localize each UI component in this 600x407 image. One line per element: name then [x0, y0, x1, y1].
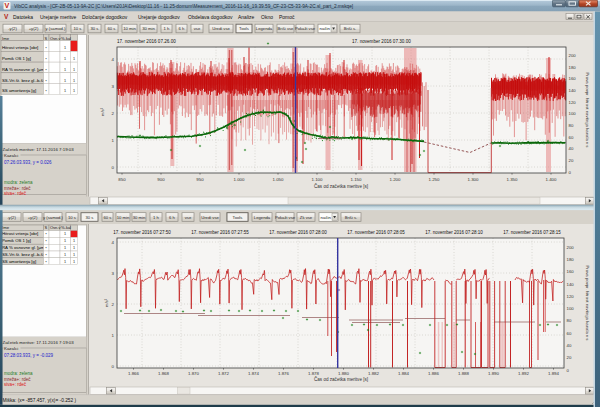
- svg-text:mreža+: rdeč: mreža+: rdeč: [4, 377, 31, 382]
- svg-text:100: 100: [567, 306, 575, 311]
- svg-text:način: način: [321, 215, 332, 220]
- svg-text:100: 100: [569, 111, 577, 116]
- svg-text:1.300: 1.300: [468, 177, 480, 182]
- svg-text:Čas od začetka meritve [s]: Čas od začetka meritve [s]: [314, 376, 368, 382]
- svg-text:+y(2): +y(2): [29, 26, 39, 31]
- svg-text:▪: ▪: [46, 260, 47, 264]
- svg-text:Pokaži vse: Pokaži vse: [275, 215, 296, 220]
- svg-text:17. november 2016 07:27:55: 17. november 2016 07:27:55: [191, 230, 249, 235]
- svg-text:30 s: 30 s: [91, 26, 99, 31]
- svg-text:80: 80: [569, 123, 574, 128]
- svg-text:1.882: 1.882: [368, 371, 380, 376]
- svg-text:17. november 2016 07:28:10: 17. november 2016 07:28:10: [425, 230, 483, 235]
- svg-text:VibCC analysis - [CF-2B-05-13-: VibCC analysis - [CF-2B-05-13-9A-2C [C:\…: [14, 4, 353, 9]
- svg-text:1: 1: [64, 79, 66, 83]
- svg-text:Zk vse: Zk vse: [300, 215, 313, 220]
- svg-text:1.350: 1.350: [507, 177, 519, 182]
- svg-text:Miška: (x= -857.457, y(x)= -0.: Miška: (x= -857.457, y(x)= -0.252 ): [3, 398, 77, 403]
- svg-text:Določanje dogodkov: Določanje dogodkov: [82, 14, 128, 20]
- svg-text:%-kal: %-kal: [61, 225, 71, 230]
- svg-text:S: S: [45, 36, 48, 41]
- svg-text:1.150: 1.150: [351, 177, 363, 182]
- svg-text:1.866: 1.866: [128, 371, 140, 376]
- svg-text:Začetek meritve: 17.11.2016 7: Začetek meritve: 17.11.2016 7:19:03: [3, 340, 75, 345]
- svg-text:1.884: 1.884: [398, 371, 410, 376]
- svg-text:Briši vse: Briši vse: [278, 26, 294, 31]
- svg-text:SS amortizerja [g]: SS amortizerja [g]: [2, 88, 36, 93]
- svg-text:200: 200: [567, 245, 575, 250]
- svg-text:900: 900: [157, 177, 165, 182]
- svg-text:1: 1: [73, 260, 75, 264]
- svg-text:120: 120: [569, 100, 577, 105]
- svg-text:17. november 2016 07:27:50: 17. november 2016 07:27:50: [113, 230, 171, 235]
- svg-text:80: 80: [567, 318, 572, 323]
- svg-text:1.000: 1.000: [234, 177, 246, 182]
- svg-text:SS-Vrt.št. brez gl.-b-št.: SS-Vrt.št. brez gl.-b-št.: [2, 252, 45, 257]
- svg-text:1.890: 1.890: [488, 371, 500, 376]
- svg-text:1.400: 1.400: [546, 177, 558, 182]
- svg-text:Pokaži vse: Pokaži vse: [295, 26, 316, 31]
- svg-text:1 h: 1 h: [164, 26, 170, 31]
- svg-text:Prava povpr. hitrost navitega: Prava povpr. hitrost navitega kanala v s: [585, 266, 590, 341]
- svg-text:mreža+: rdeč: mreža+: rdeč: [4, 186, 31, 191]
- svg-text:Hitrost vrtenja [obr]: Hitrost vrtenja [obr]: [2, 45, 38, 50]
- svg-text:Tools: Tools: [239, 26, 249, 31]
- svg-text:180: 180: [569, 65, 577, 70]
- svg-text:▪: ▪: [46, 89, 47, 93]
- svg-text:RA % osnovne gl. [µm]: RA % osnovne gl. [µm]: [2, 67, 46, 72]
- svg-text:Pomik OS 1 [g]: Pomik OS 1 [g]: [2, 238, 31, 243]
- svg-text:Urejanje dogodkov: Urejanje dogodkov: [138, 14, 180, 20]
- svg-text:V: V: [4, 13, 9, 20]
- svg-text:Kazalci: Kazalci: [4, 153, 18, 158]
- svg-text:1: 1: [64, 253, 66, 257]
- svg-text:1: 1: [64, 46, 66, 50]
- svg-text:Uredi vse: Uredi vse: [212, 26, 230, 31]
- svg-text:siva+: rdeč: siva+: rdeč: [4, 382, 27, 387]
- svg-text:Hitrost vrtenja [obr]: Hitrost vrtenja [obr]: [2, 231, 38, 236]
- svg-text:vse: vse: [185, 215, 192, 220]
- svg-text:1: 1: [73, 68, 75, 72]
- svg-text:200: 200: [569, 53, 577, 58]
- svg-text:S: S: [45, 225, 48, 230]
- svg-text:1: 1: [73, 79, 75, 83]
- svg-text:▪: ▪: [46, 57, 47, 61]
- svg-text:y (samod.): y (samod.): [46, 26, 66, 31]
- svg-text:10 s: 10 s: [74, 26, 82, 31]
- svg-text:1: 1: [73, 246, 75, 250]
- svg-text:1: 1: [73, 57, 75, 61]
- svg-text:Datoteka: Datoteka: [13, 14, 33, 20]
- svg-text:-y(2): -y(2): [7, 215, 16, 220]
- svg-text:950: 950: [196, 177, 204, 182]
- svg-text:6 h: 6 h: [179, 26, 185, 31]
- svg-text:07:26:03.933, y = 0.026: 07:26:03.933, y = 0.026: [4, 160, 52, 165]
- svg-text:1.888: 1.888: [458, 371, 470, 376]
- svg-text:▪: ▪: [46, 79, 47, 83]
- svg-text:▪: ▪: [46, 46, 47, 50]
- svg-text:17. november 2016 07.30.00: 17. november 2016 07.30.00: [352, 39, 411, 44]
- svg-text:140: 140: [569, 88, 577, 93]
- svg-text:1.878: 1.878: [308, 371, 320, 376]
- svg-text:Uredi vse: Uredi vse: [201, 215, 219, 220]
- svg-text:siva+: rdeč: siva+: rdeč: [4, 191, 27, 196]
- svg-text:Pomoč: Pomoč: [279, 14, 295, 20]
- svg-text:1: 1: [64, 89, 66, 93]
- svg-text:Čas od začetka meritve [s]: Čas od začetka meritve [s]: [314, 183, 368, 189]
- svg-text:40: 40: [567, 343, 572, 348]
- svg-text:modra: zelena: modra: zelena: [4, 180, 33, 185]
- svg-text:17. november 2016 07:28:05: 17. november 2016 07:28:05: [347, 230, 405, 235]
- svg-text:1: 1: [64, 68, 66, 72]
- svg-text:Osn.v: Osn.v: [50, 225, 60, 230]
- svg-text:Ime: Ime: [2, 225, 10, 230]
- svg-text:1.250: 1.250: [429, 177, 441, 182]
- svg-text:1: 1: [64, 57, 66, 61]
- svg-text:Prava povpr. hitrost navitega: Prava povpr. hitrost navitega kanala v s: [585, 73, 590, 148]
- svg-text:1: 1: [73, 89, 75, 93]
- svg-text:Ime: Ime: [2, 36, 10, 41]
- svg-text:160: 160: [567, 269, 575, 274]
- svg-text:▪: ▪: [46, 253, 47, 257]
- svg-text:140: 140: [567, 282, 575, 287]
- svg-text:17. november 2016 07:28:15: 17. november 2016 07:28:15: [503, 230, 561, 235]
- svg-text:SS amortizerja [g]: SS amortizerja [g]: [2, 259, 36, 264]
- svg-text:20: 20: [569, 158, 574, 163]
- svg-text:1.868: 1.868: [158, 371, 170, 376]
